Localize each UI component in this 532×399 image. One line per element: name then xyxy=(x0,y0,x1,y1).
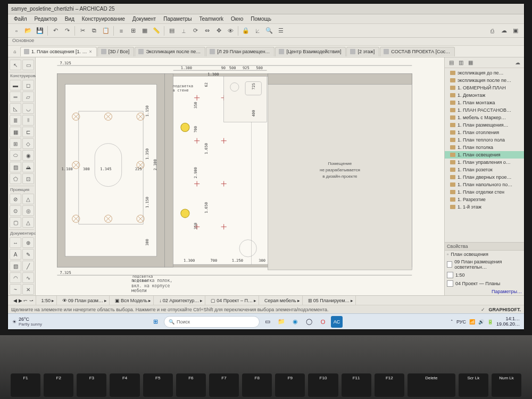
text-tool-icon[interactable]: A xyxy=(10,249,21,260)
navigator-item[interactable]: экспликация до пе… xyxy=(445,69,524,77)
move-icon[interactable]: ✥ xyxy=(213,26,224,36)
nav-project-icon[interactable]: ▤ xyxy=(447,59,455,67)
navigator-item[interactable]: 1. План розеток xyxy=(445,166,524,173)
ruler-icon[interactable]: 📏 xyxy=(151,26,162,36)
navigator-item[interactable]: 1. мебель с Маркер… xyxy=(445,114,524,121)
navigator-item[interactable]: 1. План отделки стен xyxy=(445,188,524,196)
task-view-icon[interactable]: ▭ xyxy=(262,316,273,328)
elevation-tool-icon[interactable]: △ xyxy=(22,194,34,204)
redo-icon[interactable]: ↷ xyxy=(62,26,72,36)
navigator-item[interactable]: 1. План потолка xyxy=(445,144,524,151)
save-icon[interactable]: 💾 xyxy=(35,26,45,36)
nav-view-icon[interactable]: ▥ xyxy=(456,59,465,67)
navigator-tree[interactable]: экспликация до пе…экспликация после пе…1… xyxy=(445,68,524,242)
nav-cloud-icon[interactable]: ☁ xyxy=(513,59,522,67)
nav-layout-icon[interactable]: ▦ xyxy=(466,59,475,67)
properties-icon[interactable]: ☰ xyxy=(276,26,286,36)
model-field[interactable]: ▣ Вся Модель ▸ xyxy=(113,296,154,305)
weather-widget[interactable]: ☀ 26°C Partly sunny xyxy=(12,317,42,327)
dimension-tool-icon[interactable]: ↔ xyxy=(10,237,21,248)
camera-icon[interactable]: ⎙ xyxy=(487,26,497,36)
lamp-tool-icon[interactable]: ◉ xyxy=(22,150,34,161)
navigator-item[interactable]: 1. Демонтаж xyxy=(445,92,524,99)
curtain-wall-icon[interactable]: ▦ xyxy=(10,127,21,137)
navigator-item[interactable]: 1. План теплого пола xyxy=(445,136,524,144)
prop-layer-combo[interactable]: 09 План размещения осветительн… xyxy=(445,258,524,271)
navigator-item[interactable]: 1. План отопления xyxy=(445,129,524,136)
home-tab-icon[interactable]: ⌂ xyxy=(10,49,20,54)
zoom-controls[interactable]: ◀ ▶ ⤺ ⤻ xyxy=(11,296,36,305)
marquee-tool-icon[interactable]: ▭ xyxy=(22,60,34,70)
label-tool-icon[interactable]: ✎ xyxy=(22,249,34,260)
tab-layout-l29[interactable]: [Л 29 План размещен… xyxy=(206,47,275,56)
menu-edit[interactable]: Редактор xyxy=(32,15,60,22)
archicad-icon[interactable]: AC xyxy=(331,316,343,328)
tab-floor2[interactable]: [2 этаж] xyxy=(346,47,379,56)
navigator-item[interactable]: 1. План освещения xyxy=(445,151,524,159)
morph-tool-icon[interactable]: ⬠ xyxy=(10,173,21,184)
detail-tool-icon[interactable]: ◎ xyxy=(22,205,34,216)
snap-icon[interactable]: ⊞ xyxy=(128,26,138,36)
polyline-tool-icon[interactable]: ∿ xyxy=(22,272,34,283)
input-lang[interactable]: РУС xyxy=(456,319,466,325)
align-icon[interactable]: ≡ xyxy=(116,26,127,36)
menu-help[interactable]: Помощь xyxy=(248,15,274,22)
zone-tool-icon[interactable]: ▨ xyxy=(10,162,21,172)
layers-icon[interactable]: ▤ xyxy=(167,26,177,36)
rotate-icon[interactable]: ⟳ xyxy=(190,26,201,36)
clock[interactable]: 14:1… 19.06.20… xyxy=(496,317,520,327)
cloud-icon[interactable]: ☁ xyxy=(498,26,509,36)
lock-icon[interactable]: 🔒 xyxy=(240,26,251,36)
explorer-icon[interactable]: 📁 xyxy=(276,316,287,328)
undo-icon[interactable]: ↶ xyxy=(50,26,61,36)
navigator-item[interactable]: 1. ПЛАН РАССТАНОВ… xyxy=(445,106,524,114)
furniture-field[interactable]: Серая мебель ▸ xyxy=(262,296,303,305)
arrow-tool-icon[interactable]: ↖ xyxy=(10,60,21,70)
volume-icon[interactable]: 🔊 xyxy=(478,319,484,325)
navigator-item[interactable]: 1. 1-й этаж xyxy=(445,203,524,211)
grid-icon[interactable]: ▦ xyxy=(139,26,150,36)
wall-tool-icon[interactable]: ▬ xyxy=(10,80,21,90)
shell-tool-icon[interactable]: ◡ xyxy=(22,103,34,114)
layer-field[interactable]: 👁 09 План разм… ▸ xyxy=(60,296,110,305)
zoom-icon[interactable]: 🔍 xyxy=(264,26,275,36)
column-tool-icon[interactable]: ◻ xyxy=(22,80,34,90)
trace-icon[interactable]: 👁 xyxy=(225,26,236,36)
skylight-tool-icon[interactable]: ◇ xyxy=(22,138,34,149)
close-icon[interactable]: × xyxy=(89,49,92,54)
wifi-icon[interactable]: 📶 xyxy=(469,319,475,325)
navigator-item[interactable]: 1. План монтажа xyxy=(445,99,524,106)
navigator-item[interactable]: 1. План дверных прое… xyxy=(445,173,524,181)
slab-tool-icon[interactable]: ▱ xyxy=(22,92,34,102)
battery-icon[interactable]: 🔋 xyxy=(487,319,493,325)
menu-file[interactable]: Файл xyxy=(11,15,30,22)
navigator-item[interactable]: экспликация после пе… xyxy=(445,77,524,84)
arch-field[interactable]: ↓ 02 Архитектур… ▸ xyxy=(157,296,205,305)
project-field[interactable]: ▢ 04 Проект – П… ▸ xyxy=(209,296,259,305)
prop-renovation[interactable]: 04 Проект — Планы xyxy=(445,279,524,288)
navigator-item[interactable]: 1. План напольного по… xyxy=(445,181,524,188)
planview-field[interactable]: ⊞ 05 Планируем… ▸ xyxy=(306,296,356,305)
ruler2-icon[interactable]: ⟀ xyxy=(252,26,263,36)
arc-tool-icon[interactable]: ◠ xyxy=(10,272,21,283)
interior-elev-icon[interactable]: ⊙ xyxy=(10,205,21,216)
navigator-item[interactable]: 1. План управления о… xyxy=(445,159,524,166)
chevron-up-icon[interactable]: ˄ xyxy=(451,319,453,325)
menu-document[interactable]: Документ xyxy=(130,15,159,22)
prop-scale[interactable]: 1:50 xyxy=(445,271,524,279)
menu-teamwork[interactable]: Teamwork xyxy=(197,15,227,22)
open-file-icon[interactable]: 📂 xyxy=(23,26,34,36)
line-tool-icon[interactable]: ╱ xyxy=(22,261,34,271)
tab-interaction-center[interactable]: [Центр Взаимодействия] xyxy=(275,47,346,56)
navigator-item[interactable]: 1. ОБМЕРНЫЙ ПЛАН xyxy=(445,84,524,92)
tab-project-contents[interactable]: СОСТАВ ПРОЕКТА [Сос… xyxy=(380,47,455,56)
copy-icon[interactable]: ⧉ xyxy=(89,26,99,36)
menu-design[interactable]: Конструирование xyxy=(79,15,128,22)
spline-tool-icon[interactable]: ~ xyxy=(10,284,21,295)
render-icon[interactable]: ▣ xyxy=(510,26,521,36)
tab-3d[interactable]: [3D / Все] xyxy=(97,47,135,56)
tab-schedule[interactable]: Экспликация после пе… xyxy=(135,47,205,56)
new-file-icon[interactable]: ▫ xyxy=(11,26,22,36)
fill-tool-icon[interactable]: ▧ xyxy=(10,261,21,271)
section-tool-icon[interactable]: ⊘ xyxy=(10,194,21,204)
